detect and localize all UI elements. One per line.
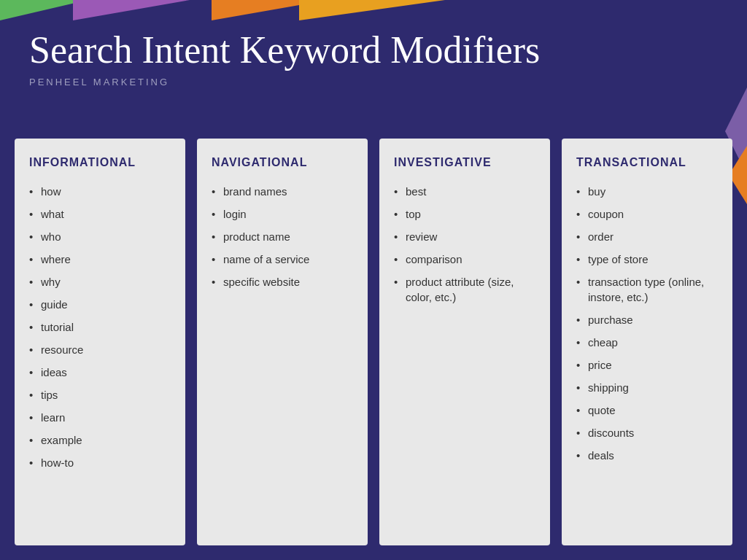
column-title-transactional: TRANSACTIONAL	[576, 156, 718, 169]
list-item: how	[29, 184, 171, 199]
list-item: example	[29, 432, 171, 448]
column-navigational: NAVIGATIONALbrand namesloginproduct name…	[197, 139, 368, 545]
column-title-navigational: NAVIGATIONAL	[212, 156, 353, 169]
list-item: type of store	[576, 252, 718, 267]
list-item: price	[576, 357, 718, 373]
list-item: how-to	[29, 455, 171, 470]
list-item: transaction type (online, instore, etc.)	[576, 274, 718, 305]
list-item: discounts	[576, 425, 718, 440]
column-list-navigational: brand namesloginproduct namename of a se…	[212, 184, 353, 289]
column-title-investigative: INVESTIGATIVE	[394, 156, 535, 169]
list-item: order	[576, 229, 718, 244]
list-item: where	[29, 252, 171, 267]
list-item: ideas	[29, 365, 171, 380]
list-item: quote	[576, 402, 718, 418]
column-list-investigative: besttopreviewcomparisonproduct attribute…	[394, 184, 535, 305]
list-item: why	[29, 274, 171, 289]
subtitle: PENHEEL MARKETING	[29, 77, 718, 88]
column-transactional: TRANSACTIONALbuycouponordertype of store…	[562, 139, 732, 545]
header: Search Intent Keyword Modifiers PENHEEL …	[0, 0, 747, 102]
column-list-transactional: buycouponordertype of storetransaction t…	[576, 184, 718, 463]
list-item: tutorial	[29, 319, 171, 335]
list-item: specific website	[212, 274, 353, 289]
list-item: tips	[29, 387, 171, 402]
page-title: Search Intent Keyword Modifiers	[29, 29, 718, 71]
list-item: deals	[576, 448, 718, 463]
column-title-informational: INFORMATIONAL	[29, 156, 171, 169]
column-informational: INFORMATIONALhowwhatwhowherewhyguidetuto…	[15, 139, 185, 545]
list-item: purchase	[576, 312, 718, 327]
list-item: top	[394, 206, 535, 222]
list-item: name of a service	[212, 252, 353, 267]
content-area: INFORMATIONALhowwhatwhowherewhyguidetuto…	[15, 139, 732, 545]
list-item: comparison	[394, 252, 535, 267]
list-item: guide	[29, 297, 171, 312]
list-item: product name	[212, 229, 353, 244]
list-item: login	[212, 206, 353, 222]
column-list-informational: howwhatwhowherewhyguidetutorialresourcei…	[29, 184, 171, 470]
list-item: buy	[576, 184, 718, 199]
list-item: what	[29, 206, 171, 222]
list-item: coupon	[576, 206, 718, 222]
list-item: review	[394, 229, 535, 244]
list-item: resource	[29, 342, 171, 357]
list-item: best	[394, 184, 535, 199]
list-item: brand names	[212, 184, 353, 199]
list-item: who	[29, 229, 171, 244]
list-item: shipping	[576, 380, 718, 395]
list-item: product attribute (size, color, etc.)	[394, 274, 535, 305]
list-item: learn	[29, 410, 171, 425]
list-item: cheap	[576, 335, 718, 350]
column-investigative: INVESTIGATIVEbesttopreviewcomparisonprod…	[379, 139, 550, 545]
